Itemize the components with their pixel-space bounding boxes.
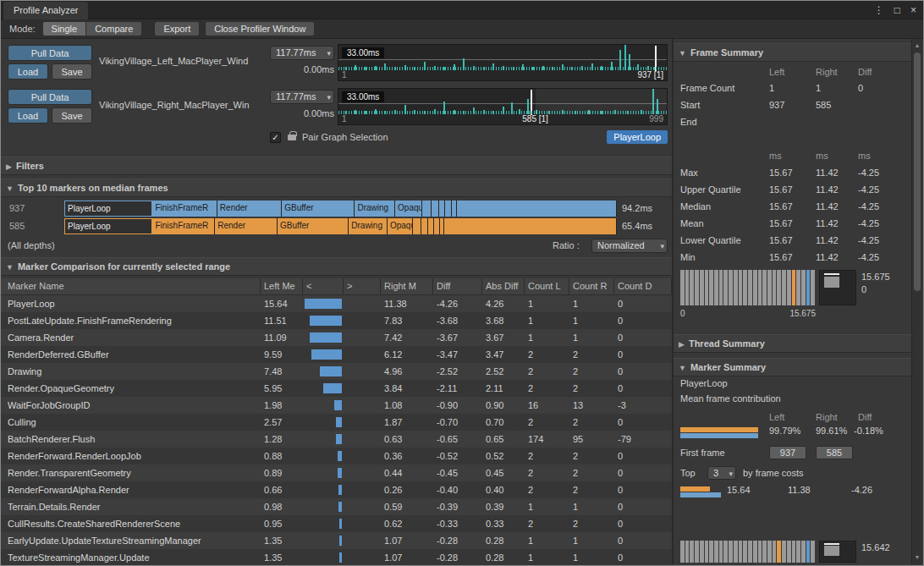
top10-section-header[interactable]: ▼Top 10 markers on median frames xyxy=(1,179,672,197)
filters-section-header[interactable]: ▶Filters xyxy=(1,157,672,175)
frame-number[interactable]: 585 xyxy=(9,218,25,234)
table-row[interactable]: Render.OpaqueGeometry 5.95 3.84 -2.11 2.… xyxy=(1,380,672,397)
col-right-median[interactable]: Right M xyxy=(381,278,433,294)
scrollbar-thumb[interactable] xyxy=(914,52,921,291)
close-profiler-window-button[interactable]: Close Profiler Window xyxy=(205,21,315,36)
lock-icon[interactable] xyxy=(288,135,296,140)
marker-segment[interactable]: Render xyxy=(215,218,278,234)
marker-segment-rest[interactable] xyxy=(422,201,431,217)
foldout-expanded-icon: ▼ xyxy=(679,364,686,372)
load-button-left[interactable]: Load xyxy=(8,63,48,80)
marker-segment[interactable]: PlayerLoop xyxy=(64,218,152,234)
marker-segment-rest[interactable] xyxy=(413,218,421,234)
histogram-bar xyxy=(690,270,694,305)
marker-segment-rest[interactable] xyxy=(421,218,428,234)
marker-segment[interactable]: Opaqu xyxy=(395,201,422,217)
table-row[interactable]: Drawing 7.48 4.96 -2.52 2.52 2 2 0 xyxy=(1,363,672,380)
export-button[interactable]: Export xyxy=(154,21,200,36)
table-row[interactable]: BatchRenderer.Flush 1.28 0.63 -0.65 0.65… xyxy=(1,431,672,448)
marker-segment-rest[interactable] xyxy=(457,201,617,217)
table-row[interactable]: PlayerLoop 15.64 11.38 -4.26 4.26 1 1 0 xyxy=(1,295,672,312)
menu-icon[interactable]: ⋮ xyxy=(874,1,884,19)
marker-segment[interactable]: PlayerLoop xyxy=(64,201,152,217)
frame-spike xyxy=(394,67,396,70)
load-button-right[interactable]: Load xyxy=(8,107,48,124)
table-row[interactable]: EarlyUpdate.UpdateTextureStreamingManage… xyxy=(1,532,672,549)
pair-graph-checkbox[interactable]: ✓ xyxy=(270,132,281,143)
frame-time-graph-right[interactable]: 33.00ms 1 585 [1] 999 xyxy=(338,88,668,125)
scale-dropdown-right[interactable]: 117.77ms▾ xyxy=(270,90,334,104)
frame-spike xyxy=(443,102,445,114)
col-count-delta[interactable]: Count D xyxy=(614,278,672,294)
marker-segment-rest[interactable] xyxy=(428,218,434,234)
histogram-bar xyxy=(719,541,723,563)
save-button-right[interactable]: Save xyxy=(52,107,92,124)
count-delta-cell: 0 xyxy=(614,329,672,346)
col-count-right[interactable]: Count R xyxy=(569,278,614,294)
pull-data-button-left[interactable]: Pull Data xyxy=(8,45,92,61)
scale-dropdown-left[interactable]: 117.77ms▾ xyxy=(270,46,334,60)
marker-summary-header[interactable]: ▼Marker Summary xyxy=(674,358,915,376)
col-marker-name[interactable]: Marker Name xyxy=(1,278,261,294)
diff-cell: -2.52 xyxy=(433,363,482,380)
table-row[interactable]: PostLateUpdate.FinishFrameRendering 11.5… xyxy=(1,312,672,329)
marker-segment-rest[interactable] xyxy=(444,218,617,234)
col-left-median[interactable]: Left Me xyxy=(261,278,303,294)
first-frame-left-button[interactable]: 937 xyxy=(769,446,806,459)
col-right-bigger[interactable]: > xyxy=(344,278,381,294)
contribution-row: 99.79% 99.61% -0.18% xyxy=(674,426,915,441)
table-row[interactable]: Camera.Render 11.09 7.42 -3.67 3.67 1 1 … xyxy=(1,329,672,346)
table-row[interactable]: RenderForward.RenderLoopJob 0.88 0.36 -0… xyxy=(1,448,672,464)
mode-single-button[interactable]: Single xyxy=(42,21,87,36)
mode-compare-button[interactable]: Compare xyxy=(86,21,142,36)
marker-segment[interactable]: GBuffer xyxy=(278,218,349,234)
table-row[interactable]: CullResults.CreateSharedRendererScene 0.… xyxy=(1,515,672,532)
col-abs-diff[interactable]: Abs Diff xyxy=(482,278,525,294)
frame-summary-header[interactable]: ▼Frame Summary xyxy=(674,43,915,62)
table-row[interactable]: WaitForJobGroupID 1.98 1.08 -0.90 0.90 1… xyxy=(1,397,672,414)
table-row[interactable]: RenderForwardAlpha.Render 0.66 0.26 -0.4… xyxy=(1,481,672,498)
vertical-scrollbar[interactable]: ▲ ▼ xyxy=(911,39,922,564)
table-row[interactable]: Render.TransparentGeometry 0.89 0.44 -0.… xyxy=(1,464,672,481)
marker-segment[interactable]: GBuffer xyxy=(282,201,355,217)
marker-segment[interactable]: Drawing xyxy=(349,218,388,234)
save-button-left[interactable]: Save xyxy=(52,63,92,80)
maximize-icon[interactable]: □ xyxy=(894,1,900,19)
table-row[interactable]: RenderDeferred.GBuffer 9.59 6.12 -3.47 3… xyxy=(1,346,672,363)
frame-time-graph-left[interactable]: 33.00ms 1 937 [1] xyxy=(338,44,668,81)
frame-spike xyxy=(463,58,465,70)
marker-segment[interactable]: FinishFrameR xyxy=(152,218,215,234)
col-diff[interactable]: Diff xyxy=(433,278,482,294)
marker-segment-rest[interactable] xyxy=(432,201,439,217)
thread-summary-header[interactable]: ▶Thread Summary xyxy=(674,334,915,353)
table-row[interactable]: TextureStreamingManager.Update 1.35 1.07… xyxy=(1,549,672,565)
abs-diff-cell: 3.47 xyxy=(482,346,525,363)
col-left-bigger[interactable]: < xyxy=(303,278,344,294)
marker-segment[interactable]: Drawing xyxy=(355,201,395,217)
marker-segment-rest[interactable] xyxy=(439,201,446,217)
histogram-bar xyxy=(743,541,747,563)
tab-profile-analyzer[interactable]: Profile Analyzer xyxy=(3,2,88,19)
cost-bar xyxy=(680,486,721,497)
axis-selected-label: 585 [1] xyxy=(522,114,548,124)
comparison-section-header[interactable]: ▼Marker Comparison for currently selecte… xyxy=(1,257,672,276)
marker-segment[interactable]: Opaqu xyxy=(388,218,413,234)
first-frame-right-button[interactable]: 585 xyxy=(816,446,853,459)
pull-data-button-right[interactable]: Pull Data xyxy=(8,89,92,105)
comparison-table-body: PlayerLoop 15.64 11.38 -4.26 4.26 1 1 0 … xyxy=(1,295,672,565)
top-n-dropdown[interactable]: 3▾ xyxy=(707,466,736,480)
frame-spike xyxy=(588,110,590,114)
col-count-left[interactable]: Count L xyxy=(525,278,569,294)
ratio-dropdown[interactable]: Normalized▾ xyxy=(591,239,668,253)
left-bigger-cell xyxy=(303,481,344,498)
table-row[interactable]: Terrain.Details.Render 0.98 0.59 -0.39 0… xyxy=(1,498,672,515)
selected-marker-chip[interactable]: PlayerLoop xyxy=(607,130,668,144)
scroll-up-icon[interactable]: ▲ xyxy=(912,41,922,51)
marker-segment-rest[interactable] xyxy=(445,201,451,217)
table-row[interactable]: Culling 2.57 1.87 -0.70 0.70 2 2 0 xyxy=(1,414,672,431)
marker-segment[interactable]: Render xyxy=(217,201,282,217)
close-icon[interactable]: × xyxy=(910,1,916,19)
marker-segment[interactable]: FinishFrameR xyxy=(152,201,217,217)
frame-number[interactable]: 937 xyxy=(9,201,25,217)
scroll-down-icon[interactable]: ▼ xyxy=(912,552,922,563)
